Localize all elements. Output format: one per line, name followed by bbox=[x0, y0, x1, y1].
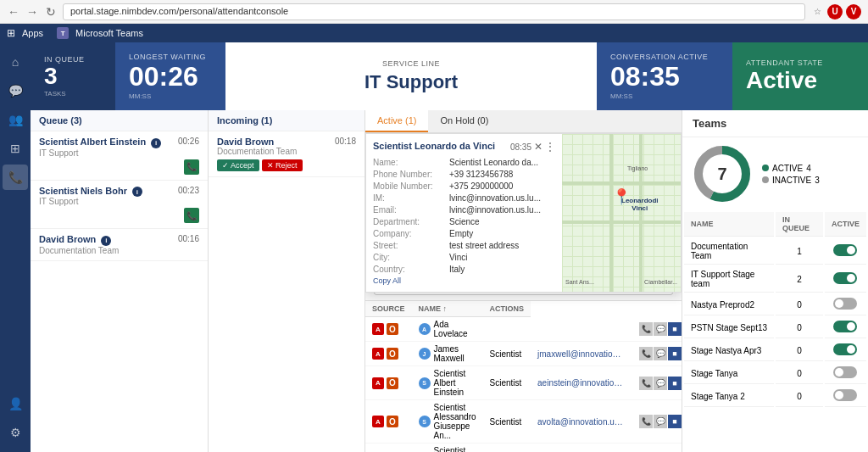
contact-title: Scientist bbox=[483, 444, 531, 453]
team-toggle[interactable] bbox=[833, 343, 857, 355]
queue-item-2[interactable]: Scientist Niels Bohr i 00:23 IT Support … bbox=[31, 181, 208, 230]
grid-icon[interactable]: ⊞ bbox=[3, 136, 28, 161]
settings-icon[interactable]: ⚙ bbox=[3, 420, 28, 445]
team-toggle[interactable] bbox=[833, 366, 857, 378]
forward-button[interactable]: → bbox=[25, 5, 39, 19]
road-v2 bbox=[639, 134, 643, 292]
browser-bar: ← → ↻ portal.stage.nimbdev.com/personal/… bbox=[0, 0, 868, 24]
team-queue-count: 1 bbox=[776, 238, 823, 265]
service-line-block: Service Line IT Support bbox=[225, 42, 597, 110]
chat-icon[interactable]: 💬 bbox=[3, 78, 28, 103]
conv-active-label: Conversation Active bbox=[610, 53, 719, 61]
action-btn-0[interactable]: 📞 bbox=[639, 415, 653, 428]
table-row[interactable]: AOJJames MaxwellScientistjmaxwell@innova… bbox=[365, 342, 682, 366]
contact-name: Ada Lovelace bbox=[434, 320, 476, 338]
action-buttons: 📞💬■■☆ bbox=[639, 377, 682, 390]
phone-icon[interactable]: 📞 bbox=[3, 165, 28, 190]
queue-item-1[interactable]: Scientist Albert Einstein i 00:26 IT Sup… bbox=[31, 131, 208, 181]
apps-label: Apps bbox=[22, 28, 43, 38]
map-label-2: Ciambellar... bbox=[644, 279, 677, 285]
legend-inactive: INACTIVE 3 bbox=[762, 176, 820, 185]
contact-name: Scientist Alessandro Giuseppe An... bbox=[434, 403, 476, 440]
team-name: Nastya Preprod2 bbox=[684, 294, 774, 315]
team-toggle[interactable] bbox=[833, 272, 857, 284]
star-icon: ☆ bbox=[810, 5, 824, 19]
action-btn-1[interactable]: 💬 bbox=[654, 347, 667, 360]
avatar: J bbox=[419, 348, 431, 360]
action-btn-0[interactable]: 📞 bbox=[639, 347, 653, 360]
active-dot bbox=[762, 165, 769, 171]
url-bar[interactable]: portal.stage.nimbdev.com/personal/attend… bbox=[63, 3, 805, 20]
teams-panel: Teams 7 bbox=[682, 110, 868, 452]
contact-popup: Scientist Leonardo da Vinci 08:35 ✕ ⋮ Na… bbox=[365, 133, 682, 293]
table-row[interactable]: AOSScientist Alessandro Giuseppe An...Sc… bbox=[365, 400, 682, 444]
team-name: Stage Tanya bbox=[684, 363, 774, 384]
action-buttons: 📞💬■■☆ bbox=[639, 322, 682, 336]
action-btn-2[interactable]: ■ bbox=[668, 347, 682, 360]
street-field-label: Street: bbox=[373, 241, 449, 250]
email-field-label: Email: bbox=[373, 205, 449, 215]
active-area: Active (1) On Hold (0) Scientist Leonard… bbox=[365, 110, 682, 452]
incoming-panel: Incoming (1) David Brown 00:18 Documenta… bbox=[209, 110, 365, 452]
action-btn-2[interactable]: ■ bbox=[668, 415, 682, 428]
action-btn-1[interactable]: 💬 bbox=[654, 322, 667, 336]
team-toggle[interactable] bbox=[833, 321, 857, 332]
active-tabs: Active (1) On Hold (0) bbox=[365, 110, 682, 133]
answer-btn-1[interactable]: 📞 bbox=[184, 159, 199, 175]
expand-popup-btn[interactable]: ⋮ bbox=[545, 141, 555, 153]
action-btn-0[interactable]: 📞 bbox=[639, 322, 653, 336]
contact-title bbox=[483, 317, 531, 342]
answer-btn-2[interactable]: 📞 bbox=[184, 208, 199, 223]
app-bar: ⊞ Apps T Microsoft Teams bbox=[0, 24, 868, 42]
in-queue-sublabel: TASKS bbox=[44, 90, 102, 98]
reject-btn[interactable]: ✕ Reject bbox=[262, 159, 303, 171]
back-button[interactable]: ← bbox=[7, 5, 20, 19]
team-toggle[interactable] bbox=[833, 298, 857, 310]
table-row[interactable]: AOAAda Lovelace📞💬■■☆ bbox=[365, 317, 682, 342]
phone-field-value: +39 3123456788 bbox=[449, 170, 555, 179]
queue-item-3[interactable]: David Brown i 00:16 Documentation Team bbox=[31, 229, 208, 261]
service-line-value: IT Support bbox=[364, 71, 458, 93]
country-field-value: Italy bbox=[449, 265, 555, 274]
action-btn-2[interactable]: ■ bbox=[668, 377, 682, 390]
queue-panel: Queue (3) Scientist Albert Einstein i 00… bbox=[31, 110, 209, 452]
in-queue-block: In Queue 3 TASKS bbox=[31, 42, 115, 110]
map-label-tigliano: Tigliano bbox=[627, 165, 648, 171]
action-btn-2[interactable]: ■ bbox=[668, 322, 682, 336]
teams-header: Teams bbox=[682, 110, 868, 137]
user-icon-bottom[interactable]: 👤 bbox=[3, 391, 28, 416]
contact-email: avolta@innovation.us.luware.c... bbox=[531, 400, 632, 444]
road-h1 bbox=[562, 181, 681, 185]
team-name: IT Support Stage team bbox=[684, 266, 774, 293]
inactive-dot bbox=[762, 176, 769, 183]
active-content: Scientist Leonardo da Vinci 08:35 ✕ ⋮ Na… bbox=[365, 133, 682, 452]
source-icon: A bbox=[372, 416, 384, 427]
copy-all-btn[interactable]: Copy All bbox=[373, 276, 555, 285]
table-row[interactable]: AOSScientist James Prescott JouleScienti… bbox=[365, 444, 682, 453]
on-hold-tab[interactable]: On Hold (0) bbox=[428, 110, 500, 132]
panels-area: Queue (3) Scientist Albert Einstein i 00… bbox=[31, 110, 868, 452]
col-actions: ACTIONS bbox=[483, 301, 531, 317]
active-tab[interactable]: Active (1) bbox=[365, 110, 428, 132]
table-row[interactable]: AOSScientist Albert EinsteinScientistaei… bbox=[365, 366, 682, 400]
contact-popup-time: 08:35 bbox=[510, 142, 531, 152]
team-toggle[interactable] bbox=[833, 244, 857, 256]
mobile-field-value: +375 290000000 bbox=[449, 181, 555, 191]
team-queue-count: 2 bbox=[776, 266, 823, 293]
action-btn-1[interactable]: 💬 bbox=[654, 415, 667, 428]
action-btn-0[interactable]: 📞 bbox=[639, 377, 653, 390]
accept-btn[interactable]: ✓ Accept bbox=[217, 159, 259, 171]
col-name[interactable]: NAME ↑ bbox=[412, 301, 483, 317]
conv-active-block: Conversation Active 08:35 MM:SS bbox=[597, 42, 732, 110]
home-icon[interactable]: ⌂ bbox=[3, 49, 28, 75]
refresh-button[interactable]: ↻ bbox=[44, 5, 58, 19]
close-popup-btn[interactable]: ✕ bbox=[534, 141, 542, 153]
office-icon: O bbox=[387, 348, 398, 360]
list-item: Nastya Preprod20 bbox=[684, 294, 866, 315]
contact-name: Scientist James Prescott Joule bbox=[434, 446, 476, 452]
people-icon[interactable]: 👥 bbox=[3, 107, 28, 132]
action-btn-1[interactable]: 💬 bbox=[654, 377, 667, 390]
team-toggle[interactable] bbox=[833, 389, 857, 401]
content-area: In Queue 3 TASKS Longest Waiting 00:26 M… bbox=[31, 42, 868, 452]
source-icon: A bbox=[372, 348, 384, 360]
